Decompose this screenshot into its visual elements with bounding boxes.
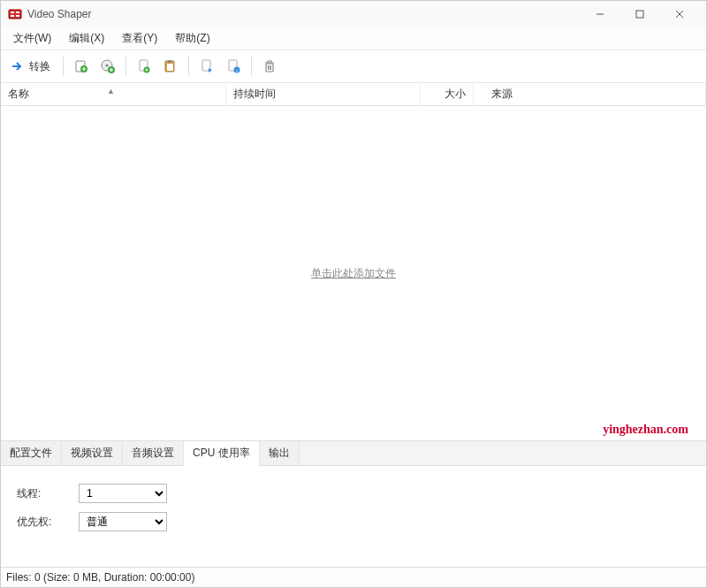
priority-label: 优先权:: [17, 515, 79, 530]
minimize-button[interactable]: [580, 1, 620, 27]
tab-video[interactable]: 视频设置: [62, 441, 123, 465]
settings-tabs: 配置文件 视频设置 音频设置 CPU 使用率 输出 线程: 1 优先权: 普通: [1, 440, 706, 567]
info-doc-button[interactable]: i: [221, 54, 246, 79]
delete-button[interactable]: [257, 54, 282, 79]
new-doc-button[interactable]: [132, 54, 156, 79]
column-source[interactable]: 来源: [474, 83, 706, 105]
tab-profile[interactable]: 配置文件: [1, 441, 62, 465]
svg-rect-4: [16, 15, 19, 17]
svg-rect-17: [168, 60, 171, 63]
paste-button[interactable]: [158, 54, 183, 79]
window-controls: [580, 1, 699, 27]
list-header: 名称 ▲ 持续时间 大小 来源: [1, 83, 706, 106]
svg-rect-1: [11, 11, 14, 13]
window-title: Video Shaper: [27, 8, 580, 20]
sort-indicator-icon: ▲: [107, 87, 115, 95]
tabstrip: 配置文件 视频设置 音频设置 CPU 使用率 输出: [1, 441, 706, 466]
tab-cpu[interactable]: CPU 使用率: [184, 441, 260, 466]
separator: [251, 57, 252, 76]
close-button[interactable]: [659, 1, 699, 27]
separator: [188, 57, 189, 76]
svg-rect-2: [11, 15, 14, 17]
play-doc-button[interactable]: [194, 54, 219, 79]
menu-view[interactable]: 查看(Y): [115, 29, 164, 48]
titlebar: Video Shaper: [1, 1, 706, 27]
priority-select[interactable]: 普通: [79, 512, 167, 531]
add-files-link[interactable]: 单击此处添加文件: [311, 266, 396, 281]
svg-rect-6: [636, 11, 643, 18]
menubar: 文件(W) 编辑(X) 查看(Y) 帮助(Z): [1, 27, 706, 50]
watermark-text: yinghezhan.com: [603, 423, 688, 437]
column-duration[interactable]: 持续时间: [226, 83, 421, 105]
add-file-button[interactable]: [69, 54, 94, 79]
svg-rect-0: [9, 10, 21, 19]
maximize-button[interactable]: [620, 1, 659, 27]
tab-audio[interactable]: 音频设置: [123, 441, 184, 465]
separator: [125, 57, 126, 76]
app-icon: [8, 7, 22, 21]
tab-output[interactable]: 输出: [260, 441, 300, 465]
column-size[interactable]: 大小: [421, 83, 474, 105]
threads-label: 线程:: [17, 486, 79, 501]
separator: [63, 57, 64, 76]
svg-text:i: i: [236, 68, 237, 73]
svg-rect-3: [16, 11, 19, 13]
convert-label: 转换: [29, 59, 50, 74]
column-name[interactable]: 名称 ▲: [1, 83, 226, 105]
file-list: 单击此处添加文件 yinghezhan.com: [1, 106, 706, 440]
toolbar: 转换 i: [1, 50, 706, 83]
svg-rect-18: [167, 64, 173, 71]
threads-select[interactable]: 1: [79, 484, 167, 503]
menu-help[interactable]: 帮助(Z): [168, 29, 217, 48]
statusbar: Files: 0 (Size: 0 MB, Duration: 00:00:00…: [1, 567, 706, 587]
svg-point-12: [106, 65, 109, 67]
menu-file[interactable]: 文件(W): [6, 29, 58, 48]
tab-content-cpu: 线程: 1 优先权: 普通: [1, 466, 706, 567]
menu-edit[interactable]: 编辑(X): [62, 29, 111, 48]
convert-button[interactable]: 转换: [6, 54, 57, 79]
add-disc-button[interactable]: [95, 54, 120, 79]
